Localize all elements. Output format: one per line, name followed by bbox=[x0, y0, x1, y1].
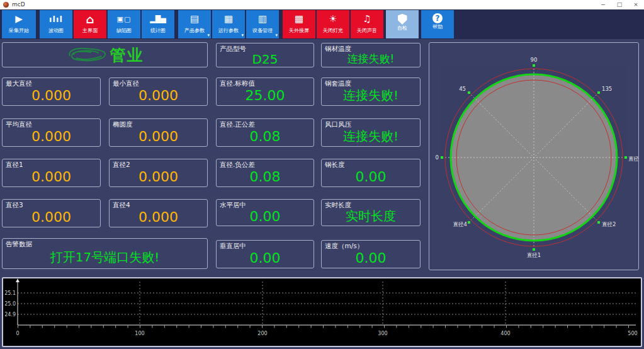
button-wave-chart[interactable]: ılıl 波动图 bbox=[40, 10, 72, 38]
maximize-button[interactable]: □ bbox=[611, 0, 628, 9]
gauge-angle-label: 90 bbox=[531, 57, 538, 63]
trend-chart: 25.1 25.0 24.9 0 100 200 300 400 500 bbox=[3, 278, 641, 346]
box-value: 0.08 bbox=[217, 167, 314, 186]
field-realtime-length: 实时长度 实时长度 bbox=[321, 199, 421, 226]
box-value: 0.000 bbox=[3, 127, 100, 146]
button-run-params[interactable]: ▦ 运行参数 ▾ bbox=[212, 10, 245, 38]
help-icon: ? bbox=[432, 13, 443, 23]
gauge-angle-label: 0 bbox=[436, 154, 439, 161]
device-manage-icon: ▥ bbox=[246, 10, 279, 27]
minimize-button[interactable]: − bbox=[595, 0, 611, 9]
field-avg-diameter: 平均直径 0.000 bbox=[2, 118, 101, 147]
window-controls: − □ × bbox=[595, 0, 644, 9]
field-horizontal-center: 水平居中 0.00 bbox=[216, 199, 314, 226]
gauge-panel: 90 45 135 0 直径1 直径2 直径3 直径4 bbox=[429, 42, 639, 270]
gauge-svg: 90 45 135 0 直径1 直径2 直径3 直径4 bbox=[429, 43, 638, 270]
box-value: 实时长度 bbox=[322, 207, 420, 226]
run-params-icon: ▦ bbox=[212, 10, 245, 27]
field-speed: 速度（m/s） 0.00 bbox=[321, 240, 421, 268]
gauge-angle-label: 135 bbox=[602, 86, 612, 92]
button-close-light[interactable]: ☀ 关闭灯光 bbox=[317, 10, 349, 38]
button-self-check[interactable]: 自检 bbox=[386, 10, 419, 38]
field-sleeve-temperature: 钢套温度 连接失败! bbox=[321, 77, 421, 106]
dropdown-caret-icon: ▾ bbox=[241, 33, 244, 38]
button-help[interactable]: ? 帮助 bbox=[421, 10, 454, 38]
field-max-diameter: 最大直径 0.000 bbox=[2, 77, 101, 106]
box-value: 0.000 bbox=[110, 127, 207, 146]
x-tick-label: 200 bbox=[257, 331, 267, 336]
box-value: 连接失败! bbox=[322, 127, 420, 146]
field-diameter-1: 直径1 0.000 bbox=[2, 159, 101, 187]
field-product-model: 产品型号 D25 bbox=[216, 43, 314, 67]
box-value: 0.00 bbox=[322, 167, 420, 186]
logo-panel: 管业 bbox=[2, 42, 208, 67]
close-button[interactable]: × bbox=[628, 0, 644, 9]
button-main-screen[interactable]: ⌂ 主界面 bbox=[74, 10, 106, 38]
field-steel-length: 钢长度 0.00 bbox=[321, 159, 421, 187]
box-value: D25 bbox=[217, 51, 314, 67]
field-nominal-diameter: 直径.标称值 25.00 bbox=[216, 77, 314, 106]
shield-icon bbox=[398, 14, 407, 25]
app-icon bbox=[3, 2, 9, 8]
logo-image bbox=[66, 46, 108, 64]
product-params-icon: ▤ bbox=[178, 10, 211, 27]
button-close-external-screen[interactable]: ▩ 关外接屏 bbox=[283, 10, 315, 38]
window-titlebar: mcD − □ × bbox=[0, 0, 644, 9]
alarm-panel: 告警数据 打开17号端口失败! bbox=[2, 238, 208, 269]
toolbar: ▶ 采集开始 ılıl 波动图 ⌂ 主界面 ▣▢ 缺陷图 ▂█▅ 统计图 ▤ 产… bbox=[0, 9, 644, 39]
waveform-icon: ılıl bbox=[40, 10, 72, 27]
field-steel-temperature: 钢材温度 连接失败! bbox=[321, 43, 421, 67]
field-minus-tolerance: 直径.负公差 0.08 bbox=[216, 159, 314, 187]
box-value: 0.000 bbox=[3, 86, 100, 105]
y-axis-arrow bbox=[16, 278, 20, 282]
box-value: 0.000 bbox=[3, 167, 100, 186]
box-value: 0.00 bbox=[217, 248, 314, 268]
gauge-diameter-label: 直径4 bbox=[453, 221, 467, 227]
x-tick-label: 500 bbox=[628, 331, 637, 336]
button-start-capture[interactable]: ▶ 采集开始 bbox=[2, 10, 36, 38]
home-icon: ⌂ bbox=[74, 10, 106, 27]
button-close-sound[interactable]: ♫ 关闭声音 bbox=[351, 10, 383, 38]
window-title: mcD bbox=[12, 0, 25, 9]
trend-chart-panel: 25.1 25.0 24.9 0 100 200 300 400 500 bbox=[2, 277, 642, 347]
box-value: 连接失败! bbox=[322, 86, 420, 105]
field-ovality: 椭圆度 0.000 bbox=[109, 118, 208, 147]
box-value: 0.00 bbox=[217, 207, 314, 226]
button-product-params[interactable]: ▤ 产品参数 ▾ bbox=[178, 10, 211, 38]
box-value: 0.00 bbox=[322, 248, 420, 268]
x-tick-label: 100 bbox=[135, 331, 144, 336]
box-value: 0.000 bbox=[3, 207, 100, 227]
button-stats-chart[interactable]: ▂█▅ 统计图 bbox=[142, 10, 174, 38]
gauge-diameter-label: 直径2 bbox=[602, 221, 616, 227]
y-tick-label: 25.0 bbox=[4, 301, 16, 307]
box-value: 25.00 bbox=[217, 86, 314, 105]
y-tick-label: 25.1 bbox=[4, 290, 16, 296]
alarm-message: 打开17号端口失败! bbox=[3, 246, 207, 268]
light-icon: ☀ bbox=[317, 10, 349, 27]
chart-axes bbox=[18, 281, 636, 325]
box-value: 0.000 bbox=[110, 207, 207, 227]
button-defect-chart[interactable]: ▣▢ 缺陷图 bbox=[108, 10, 140, 38]
sound-icon: ♫ bbox=[351, 10, 383, 27]
box-value: 0.000 bbox=[110, 86, 207, 105]
dropdown-caret-icon: ▾ bbox=[207, 33, 210, 38]
y-tick-label: 24.9 bbox=[4, 312, 16, 318]
bar-chart-icon: ▂█▅ bbox=[142, 10, 174, 27]
defect-grid-icon: ▣▢ bbox=[108, 10, 140, 27]
field-plus-tolerance: 直径.正公差 0.08 bbox=[216, 118, 314, 147]
box-value: 连接失败! bbox=[322, 51, 420, 67]
button-device-manage[interactable]: ▥ 设备管理 ▾ bbox=[246, 10, 279, 38]
field-diameter-3: 直径3 0.000 bbox=[2, 199, 101, 227]
field-vertical-center: 垂直居中 0.00 bbox=[216, 240, 314, 268]
box-value: 0.08 bbox=[217, 127, 314, 146]
dropdown-caret-icon: ▾ bbox=[275, 33, 278, 38]
x-tick-label: 0 bbox=[16, 331, 19, 336]
box-value: 0.000 bbox=[110, 167, 207, 186]
screen-icon: ▩ bbox=[283, 10, 315, 27]
logo-text: 管业 bbox=[110, 45, 144, 66]
x-tick-label: 300 bbox=[378, 331, 387, 336]
play-icon: ▶ bbox=[2, 10, 36, 27]
gauge-angle-label: 45 bbox=[459, 86, 466, 92]
chart-gridlines bbox=[18, 282, 636, 325]
field-air-pressure: 风口风压 连接失败! bbox=[321, 118, 421, 147]
